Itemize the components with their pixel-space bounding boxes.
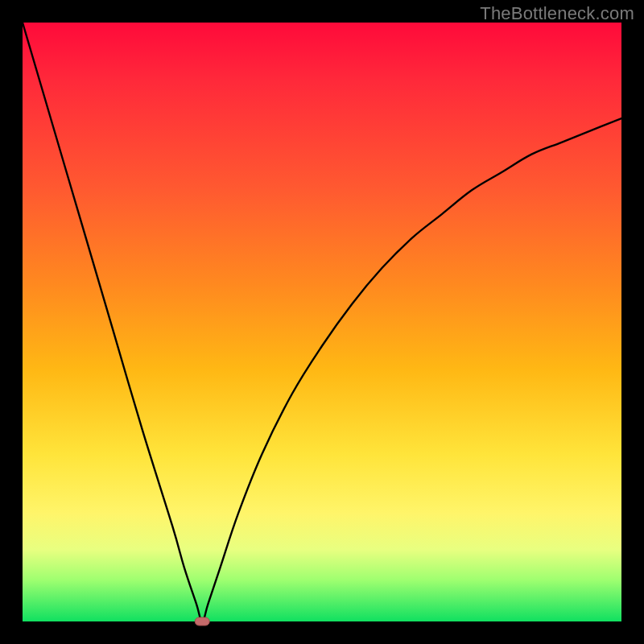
watermark-text: TheBottleneck.com xyxy=(480,3,634,24)
chart-frame: TheBottleneck.com xyxy=(0,0,644,644)
optimal-point-marker xyxy=(195,617,209,625)
bottleneck-curve xyxy=(23,23,621,621)
plot-area xyxy=(23,23,621,621)
curve-path xyxy=(23,23,621,621)
